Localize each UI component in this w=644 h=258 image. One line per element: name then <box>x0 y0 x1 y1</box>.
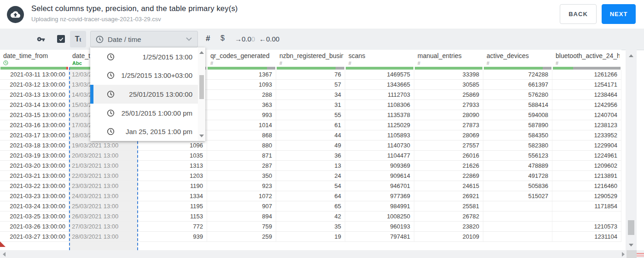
table-cell[interactable]: 1108306 <box>345 100 414 110</box>
table-cell[interactable]: 2021-03-12 13:00:00 <box>0 80 69 89</box>
table-cell[interactable]: 1367 <box>207 70 276 79</box>
table-cell[interactable]: 759 <box>207 222 276 231</box>
table-cell[interactable]: 21/03/2021 13:00 <box>69 161 138 170</box>
table-cell[interactable]: 25581 <box>414 201 483 211</box>
table-cell[interactable]: 2021-03-20 13:00:00 <box>0 161 69 170</box>
table-cell[interactable]: 1238123 <box>552 120 621 130</box>
table-cell[interactable]: 772 <box>138 222 207 231</box>
table-cell[interactable]: 2021-03-27 13:00:00 <box>0 232 69 241</box>
table-cell[interactable]: 22869 <box>414 171 483 181</box>
column-header-nzbn_registered_busine[interactable]: nzbn_registered_busine# <box>276 50 345 67</box>
table-cell[interactable]: 1072 <box>207 191 276 201</box>
table-cell[interactable]: 797481 <box>345 232 414 241</box>
table-cell[interactable]: 1140730 <box>345 141 414 150</box>
column-header-active_devices[interactable]: active_devices# <box>483 50 552 67</box>
table-cell[interactable]: 1313 <box>138 161 207 170</box>
column-header-qr_codes_generated[interactable]: qr_codes_generated# <box>207 50 276 67</box>
table-cell[interactable]: 30585 <box>414 80 483 89</box>
table-cell[interactable]: 259 <box>207 232 276 241</box>
table-cell[interactable]: 288 <box>207 90 276 100</box>
table-cell[interactable]: 287 <box>207 161 276 170</box>
vertical-scrollbar[interactable] <box>626 50 637 250</box>
table-cell[interactable]: 20109 <box>414 232 483 241</box>
table-cell[interactable]: 61 <box>276 120 345 130</box>
table-cell[interactable]: 350 <box>207 171 276 181</box>
dropdown-scroll-thumb[interactable] <box>199 75 204 99</box>
table-cell[interactable]: 1261266 <box>552 70 621 79</box>
table-cell[interactable]: 661397 <box>483 80 552 89</box>
table-cell[interactable]: 909369 <box>345 161 414 170</box>
table-cell[interactable]: 2021-03-26 13:00:00 <box>0 222 69 231</box>
table-cell[interactable]: 42 <box>276 211 345 221</box>
table-cell[interactable]: 871 <box>207 151 276 160</box>
table-cell[interactable]: 1242956 <box>552 100 621 110</box>
number-type-button[interactable]: # <box>206 34 210 43</box>
table-cell[interactable]: 19/03/2021 13:00 <box>69 141 138 150</box>
table-cell[interactable]: 576280 <box>483 90 552 100</box>
horizontal-scrollbar[interactable] <box>0 250 644 258</box>
table-cell[interactable]: 21626 <box>414 161 483 170</box>
table-cell[interactable]: 880 <box>207 141 276 150</box>
table-cell[interactable]: 1209602 <box>552 161 621 170</box>
table-cell[interactable]: 1343665 <box>345 80 414 89</box>
table-cell[interactable]: 909614 <box>345 171 414 181</box>
table-cell[interactable]: 20/03/2021 13:00 <box>69 151 138 160</box>
table-cell[interactable]: 28090 <box>414 110 483 120</box>
table-cell[interactable]: 1195 <box>138 201 207 211</box>
table-cell[interactable]: 1014 <box>207 120 276 130</box>
table-cell[interactable]: 25869 <box>414 90 483 100</box>
table-cell[interactable]: 946701 <box>345 181 414 191</box>
table-cell[interactable]: 13 <box>276 161 345 170</box>
table-cell[interactable]: 2021-03-23 13:00:00 <box>0 191 69 201</box>
table-cell[interactable]: 588414 <box>483 100 552 110</box>
scroll-right-arrow[interactable] <box>622 252 625 257</box>
table-cell[interactable]: 1238464 <box>552 90 621 100</box>
table-cell[interactable]: 2021-03-17 13:00:00 <box>0 130 69 140</box>
table-cell[interactable]: 2021-03-21 13:00:00 <box>0 171 69 181</box>
table-cell[interactable]: 27557 <box>414 141 483 150</box>
table-cell[interactable]: 1190 <box>138 181 207 191</box>
table-cell[interactable]: 76 <box>276 70 345 79</box>
table-cell[interactable]: 1231104 <box>552 232 621 241</box>
table-cell[interactable]: 19 <box>276 232 345 241</box>
table-cell[interactable]: 960193 <box>345 222 414 231</box>
table-cell[interactable]: 984991 <box>345 201 414 211</box>
date-format-option[interactable]: 1/25/2015 13:00 <box>90 47 198 66</box>
table-cell[interactable]: 24 <box>276 171 345 181</box>
table-cell[interactable] <box>483 201 552 211</box>
table-cell[interactable]: 1093 <box>207 80 276 89</box>
date-format-option[interactable]: 25/01/2015 13:00:00 <box>90 85 198 104</box>
table-cell[interactable]: 34 <box>276 90 345 100</box>
table-cell[interactable]: 2021-03-14 13:00:00 <box>0 100 69 110</box>
table-cell[interactable]: 57 <box>276 80 345 89</box>
table-cell[interactable]: 1203 <box>138 171 207 181</box>
table-cell[interactable]: 22/03/2021 13:00 <box>69 171 138 181</box>
table-cell[interactable]: 1105893 <box>345 130 414 140</box>
table-cell[interactable]: 31 <box>276 100 345 110</box>
table-cell[interactable]: 515027 <box>483 191 552 201</box>
table-cell[interactable]: 724288 <box>483 70 552 79</box>
table-cell[interactable]: 1112703 <box>345 90 414 100</box>
table-cell[interactable]: 1290529 <box>552 191 621 201</box>
table-cell[interactable]: 2021-03-15 13:00:00 <box>0 110 69 120</box>
table-cell[interactable]: 2021-03-19 13:00:00 <box>0 151 69 160</box>
table-cell[interactable]: 363 <box>207 100 276 110</box>
table-cell[interactable]: 24615 <box>414 181 483 191</box>
table-cell[interactable]: 26/03/2021 13:00 <box>69 211 138 221</box>
table-cell[interactable]: 1213891 <box>552 171 621 181</box>
table-cell[interactable]: 491728 <box>483 171 552 181</box>
dropdown-scroll-down-arrow[interactable] <box>199 135 204 137</box>
include-column-checkbox[interactable] <box>57 35 65 43</box>
table-cell[interactable]: 977369 <box>345 191 414 201</box>
table-cell[interactable]: 1240704 <box>552 110 621 120</box>
table-cell[interactable]: 2021-03-16 13:00:00 <box>0 120 69 130</box>
table-cell[interactable]: 28/03/2021 13:00 <box>69 232 138 241</box>
horizontal-scroll-thumb[interactable] <box>637 253 644 257</box>
table-cell[interactable]: 584350 <box>483 130 552 140</box>
table-cell[interactable]: 1008250 <box>345 211 414 221</box>
table-cell[interactable] <box>483 222 552 231</box>
table-cell[interactable]: 28069 <box>414 130 483 140</box>
table-cell[interactable] <box>552 211 621 221</box>
table-cell[interactable] <box>483 211 552 221</box>
table-cell[interactable]: 1224961 <box>552 151 621 160</box>
